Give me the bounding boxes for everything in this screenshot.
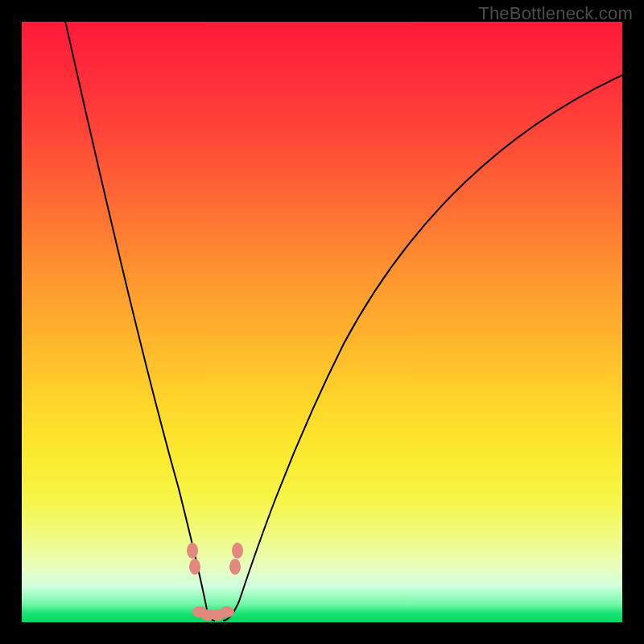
watermark-text: TheBottleneck.com (478, 3, 633, 24)
curve-marker (187, 543, 198, 559)
bottleneck-curves-svg (22, 22, 622, 622)
curve-marker (220, 606, 234, 617)
curve-marker (229, 559, 241, 575)
curve-marker (232, 543, 243, 559)
bottleneck-curve-left (64, 22, 215, 621)
bottleneck-curve-right (223, 70, 622, 621)
chart-frame (22, 22, 622, 622)
curve-marker (189, 559, 200, 575)
